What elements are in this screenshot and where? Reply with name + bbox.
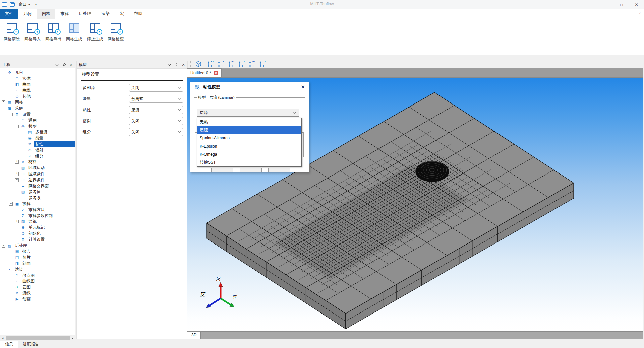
dialog-close-icon[interactable]: ✕ xyxy=(301,84,305,90)
close-icon[interactable]: ✕ xyxy=(181,63,185,67)
ribbon-button[interactable]: ◎ 网格检查 xyxy=(106,23,125,42)
tree-item[interactable]: ◉ 能量 xyxy=(0,135,75,141)
tree-item[interactable]: + ▦ 网格 xyxy=(0,99,75,106)
close-button[interactable]: ✕ xyxy=(629,0,644,9)
dropdown-option[interactable]: 无粘 xyxy=(197,118,301,126)
tree-item[interactable]: ≋ 粘性 xyxy=(0,141,75,147)
tree-item[interactable]: ⊙ 初始化 xyxy=(0,231,75,237)
menu-item[interactable]: 几何 xyxy=(18,9,37,19)
menu-item[interactable]: 网格 xyxy=(37,9,55,19)
tree-item[interactable]: ◨ 剖面 xyxy=(0,261,75,267)
tree-item[interactable]: + ▨ 监视 xyxy=(0,219,75,225)
tree-item[interactable]: − ▣ 求解 xyxy=(0,201,75,207)
collapse-ribbon-icon[interactable]: ⌂ xyxy=(639,11,641,15)
tree-item[interactable]: ▶ 动画 xyxy=(0,296,75,302)
document-tab[interactable]: Untitled 0 * ✕ xyxy=(187,68,222,77)
panel-tab[interactable]: 信息 xyxy=(0,341,18,348)
tree-item[interactable]: ◻ 实体 xyxy=(0,76,75,82)
tree-item[interactable]: ▥ 区域运动 xyxy=(0,165,75,171)
dialog-button-stub[interactable] xyxy=(240,168,262,172)
tree-item[interactable]: + Δ 材料 xyxy=(0,159,75,165)
tree-item[interactable]: ▤ 多相流 xyxy=(0,129,75,135)
tree-expander[interactable]: − xyxy=(2,244,5,248)
ribbon-button[interactable]: ● 停止生成 xyxy=(85,23,105,42)
axis-view-button[interactable]: +Y xyxy=(226,60,235,68)
tree-item[interactable]: ◇ 其他 xyxy=(0,93,75,99)
tree-item[interactable]: ∴ 组分 xyxy=(0,153,75,159)
tree-item[interactable]: − ❖ 几何 xyxy=(0,70,75,76)
close-icon[interactable]: ✕ xyxy=(69,63,73,67)
tree-item[interactable]: ⊕ 单元标记 xyxy=(0,225,75,231)
tree-item[interactable]: − ◖ 渲染 xyxy=(0,266,75,272)
tree-item[interactable]: ∵ 散点图 xyxy=(0,272,75,278)
tree-expander[interactable]: + xyxy=(15,172,19,176)
dropdown-option[interactable]: 转捩SST xyxy=(197,158,301,166)
tree-item[interactable]: ⚙ 计算设置 xyxy=(0,236,75,242)
model-field-combobox[interactable]: 层流 xyxy=(129,106,183,114)
dialog-button-stub[interactable] xyxy=(268,168,290,172)
isometric-view-icon[interactable] xyxy=(194,60,203,68)
menu-item[interactable]: 文件 xyxy=(0,9,18,19)
tree-expander[interactable]: − xyxy=(9,113,13,116)
tree-item[interactable]: ◧ 曲面 xyxy=(0,82,75,88)
tree-item[interactable]: ✈ 云图 xyxy=(0,284,75,290)
menu-item[interactable]: 宏 xyxy=(115,9,129,19)
ribbon-button[interactable]: − 网格清除 xyxy=(2,23,21,42)
tree-item[interactable]: ⊙ 辐射 xyxy=(0,147,75,153)
tree-item[interactable]: − ⚙ 设置 xyxy=(0,112,75,118)
quick-access-dropdown-icon[interactable]: ▼ xyxy=(35,3,37,6)
tree-item[interactable]: − ▧ 后处理 xyxy=(0,242,75,249)
pin-icon[interactable] xyxy=(174,63,178,67)
tree-item[interactable]: ∷ 通用 xyxy=(0,117,75,123)
tree-expander[interactable]: − xyxy=(2,71,5,74)
model-field-combobox[interactable]: 关闭 xyxy=(129,117,183,125)
view-3d-tab[interactable]: 3D xyxy=(187,332,201,339)
tree-item[interactable]: + ⊞ 区域条件 xyxy=(0,171,75,177)
model-field-combobox[interactable]: 关闭 xyxy=(129,84,183,92)
chevron-down-icon[interactable] xyxy=(55,63,59,67)
pin-icon[interactable] xyxy=(62,63,66,67)
axis-view-button[interactable]: +X xyxy=(205,60,214,68)
scroll-right-icon[interactable]: ▸ xyxy=(70,336,75,340)
maximize-button[interactable]: □ xyxy=(614,0,629,9)
tree-expander[interactable]: + xyxy=(15,160,19,164)
dropdown-option[interactable]: K-Omega xyxy=(197,150,301,158)
toolbar-drag-handle[interactable] xyxy=(190,61,191,67)
model-field-combobox[interactable]: 分离式 xyxy=(129,95,183,103)
model-field-combobox[interactable]: 关闭 xyxy=(129,128,183,136)
ribbon-button[interactable]: ◄ 网格导入 xyxy=(23,23,42,42)
axis-view-button[interactable]: -X xyxy=(215,60,224,68)
tree-expander[interactable]: + xyxy=(15,178,19,182)
dropdown-option[interactable]: K-Epsilon xyxy=(197,142,301,150)
dropdown-option[interactable]: 层流 xyxy=(197,126,301,134)
scroll-left-icon[interactable]: ◂ xyxy=(0,336,5,340)
quick-access-icon-1[interactable] xyxy=(2,2,7,7)
menu-item[interactable]: 后处理 xyxy=(74,9,97,19)
tree-item[interactable]: ✓ 求解方法 xyxy=(0,207,75,213)
tree-expander[interactable]: + xyxy=(15,220,19,223)
tree-item[interactable]: ≣ 网格交界面 xyxy=(0,183,75,189)
tree-item[interactable]: + ⊞ 边界条件 xyxy=(0,177,75,183)
minimize-button[interactable]: — xyxy=(599,0,614,9)
dropdown-option[interactable]: Spalart-Allmaras xyxy=(197,134,301,142)
chevron-down-icon[interactable] xyxy=(167,63,171,67)
viewport-3d[interactable]: ZXY 粘性模型 ✕ 模型 - 层流 (Laminar) 层流 xyxy=(187,77,643,332)
tree-item[interactable]: ∟ 参考系 xyxy=(0,195,75,201)
quick-access-icon-2[interactable] xyxy=(10,2,15,7)
dialog-title-bar[interactable]: 粘性模型 ✕ xyxy=(190,82,309,92)
tree-item[interactable]: ≈ 曲线 xyxy=(0,87,75,93)
tree-item[interactable]: ≋ 流线 xyxy=(0,290,75,296)
tree-item[interactable]: ▤ 参考值 xyxy=(0,189,75,195)
tree-expander[interactable]: − xyxy=(9,202,13,206)
scrollbar-thumb[interactable] xyxy=(6,336,70,340)
horizontal-scrollbar[interactable]: ◂ ▸ xyxy=(0,335,75,341)
tree-expander[interactable]: + xyxy=(2,100,5,104)
tree-item[interactable]: ▤ 报告 xyxy=(0,249,75,255)
menu-item[interactable]: 帮助 xyxy=(129,9,148,19)
menu-item[interactable]: 求解 xyxy=(55,9,74,19)
tree-item[interactable]: ≈ 曲线图 xyxy=(0,278,75,284)
window-menu[interactable]: 窗口 ▼ xyxy=(17,1,32,8)
axis-view-button[interactable]: -Y xyxy=(236,60,245,68)
tree-item[interactable]: − ◎ 模型 xyxy=(0,123,75,129)
tree-item[interactable]: ◫ 切片 xyxy=(0,255,75,261)
